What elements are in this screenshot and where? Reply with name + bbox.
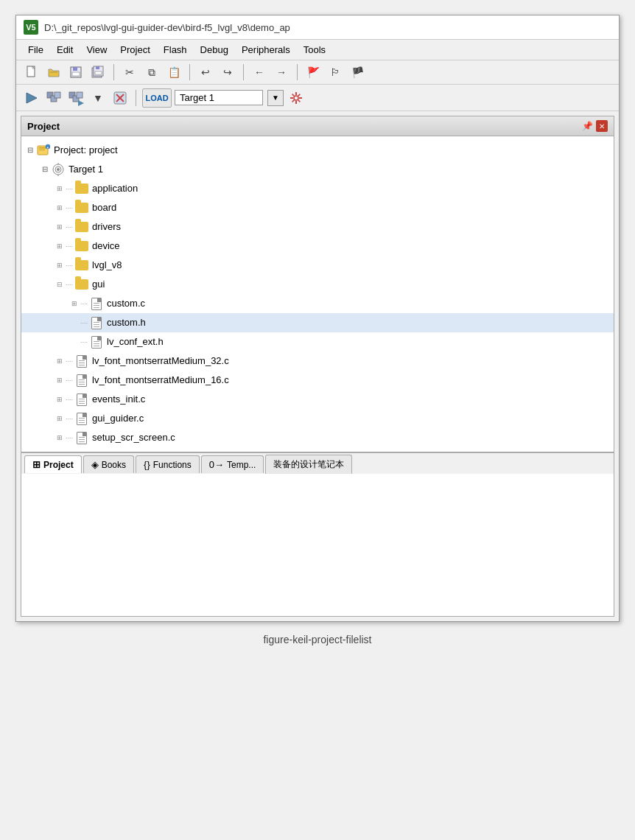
menu-view[interactable]: View xyxy=(80,42,113,57)
menu-bar: File Edit View Project Flash Debug Perip… xyxy=(16,40,619,60)
target-1-row[interactable]: ⊟ Target 1 xyxy=(21,160,614,179)
board-expander[interactable]: ⊞ xyxy=(54,202,66,214)
font32-expander[interactable]: ⊞ xyxy=(54,355,66,367)
menu-tools[interactable]: Tools xyxy=(298,42,331,57)
tab-temp-label: Temp... xyxy=(227,460,256,470)
file-font-16[interactable]: ⊞ ···· lv_font_montserratMedium_16.c xyxy=(21,371,614,390)
board-label: board xyxy=(92,200,116,216)
root-label: Project: project xyxy=(54,142,118,158)
svg-rect-31 xyxy=(39,150,45,150)
application-label: application xyxy=(92,181,138,197)
new-file-btn[interactable] xyxy=(22,63,41,82)
folder-device[interactable]: ⊞ ···· device xyxy=(21,237,614,256)
menu-project[interactable]: Project xyxy=(114,42,155,57)
drivers-label: drivers xyxy=(92,219,121,235)
save-btn[interactable] xyxy=(66,63,85,82)
device-expander[interactable]: ⊞ xyxy=(54,240,66,252)
custom-c-expander[interactable]: ⊞ xyxy=(69,298,80,309)
paste-btn[interactable]: 📋 xyxy=(164,63,183,82)
svg-line-28 xyxy=(292,99,295,102)
open-btn[interactable] xyxy=(44,63,63,82)
folder-gui[interactable]: ⊟ ···· gui xyxy=(21,275,614,294)
custom-c-label: custom.c xyxy=(107,295,145,312)
lvgl-label: lvgl_v8 xyxy=(92,257,122,273)
undo-btn[interactable]: ↩ xyxy=(196,63,215,82)
file-custom-h[interactable]: · ···· custom.h xyxy=(21,313,614,332)
file-setup-scr[interactable]: ⊞ ···· setup_scr_screen.c xyxy=(21,428,614,447)
svg-point-20 xyxy=(294,96,298,100)
rebuild-btn[interactable] xyxy=(44,88,63,108)
lvgl-dots: ···· xyxy=(66,257,73,273)
bookmark-btn-2[interactable]: 🏳 xyxy=(326,63,345,82)
file-events-init[interactable]: ⊞ ···· events_init.c xyxy=(21,390,614,409)
bookmark-btn-3[interactable]: 🏴 xyxy=(348,63,367,82)
folder-drivers[interactable]: ⊞ ···· drivers xyxy=(21,217,614,237)
load-btn[interactable]: LOAD xyxy=(142,88,172,108)
device-label: device xyxy=(92,238,120,254)
events-expander[interactable]: ⊞ xyxy=(54,393,66,405)
target-dropdown[interactable]: Target 1 xyxy=(175,90,263,105)
tree-root[interactable]: ⊟ ✦ Project: project xyxy=(21,141,614,160)
back-btn[interactable]: ← xyxy=(250,63,269,82)
target-dropdown-arrow[interactable]: ▼ xyxy=(267,90,284,106)
svg-line-27 xyxy=(298,94,301,96)
title-bar: V5 D:\_git_repos\lvgl-gui-guider-dev\bir… xyxy=(16,15,619,40)
tab-temp[interactable]: 0→ Temp... xyxy=(201,455,264,473)
folder-lvgl[interactable]: ⊞ ···· lvgl_v8 xyxy=(21,256,614,275)
lv-conf-dots: ···· xyxy=(80,334,88,350)
folder-application[interactable]: ⊞ ···· application xyxy=(21,179,614,198)
tab-books-icon: ◈ xyxy=(91,459,99,470)
file-lv-conf-ext[interactable]: · ···· lv_conf_ext.h xyxy=(21,332,614,351)
cut-btn[interactable]: ✂ xyxy=(120,63,139,82)
panel-close-btn[interactable]: ✕ xyxy=(596,120,608,132)
target-settings-btn[interactable] xyxy=(287,88,306,108)
clean-btn[interactable] xyxy=(110,88,130,108)
menu-peripherals[interactable]: Peripherals xyxy=(236,42,296,57)
menu-debug[interactable]: Debug xyxy=(194,42,234,57)
folder-board[interactable]: ⊞ ···· board xyxy=(21,198,614,217)
title-path: D:\_git_repos\lvgl-gui-guider-dev\bird-f… xyxy=(44,22,290,33)
root-expander[interactable]: ⊟ xyxy=(24,144,36,156)
font16-expander[interactable]: ⊞ xyxy=(54,374,66,386)
toolbar-1: ✂ ⧉ 📋 ↩ ↪ ← → 🚩 🏳 🏴 xyxy=(16,60,619,85)
font32-label: lv_font_montserratMedium_32.c xyxy=(92,353,229,369)
tab-temp-icon: 0→ xyxy=(209,459,224,470)
svg-line-25 xyxy=(292,94,295,96)
svg-marker-16 xyxy=(78,100,84,106)
project-panel: Project 📌 ✕ ⊟ ✦ Project xyxy=(21,116,614,617)
load-label: LOAD xyxy=(145,94,168,102)
build-btn[interactable] xyxy=(22,88,41,108)
tab-project[interactable]: ⊞ Project xyxy=(24,455,82,473)
lvgl-expander[interactable]: ⊞ xyxy=(54,259,66,271)
menu-flash[interactable]: Flash xyxy=(158,42,193,57)
tab-books[interactable]: ◈ Books xyxy=(83,455,134,473)
file-gui-guider[interactable]: ⊞ ···· gui_guider.c xyxy=(21,409,614,428)
forward-btn[interactable]: → xyxy=(272,63,291,82)
file-font-32[interactable]: ⊞ ···· lv_font_montserratMedium_32.c xyxy=(21,351,614,371)
events-dots: ···· xyxy=(66,391,73,407)
redo-btn[interactable]: ↪ xyxy=(218,63,237,82)
copy-btn[interactable]: ⧉ xyxy=(142,63,161,82)
tab-notes-label: 装备的设计笔记本 xyxy=(273,458,344,471)
batch-dropdown-btn[interactable]: ▼ xyxy=(88,88,108,108)
drivers-expander[interactable]: ⊞ xyxy=(54,221,66,233)
save-all-btn[interactable] xyxy=(88,63,108,82)
file-custom-c[interactable]: ⊞ ···· custom.c xyxy=(21,294,614,313)
guider-expander[interactable]: ⊞ xyxy=(54,413,66,424)
file-icon-custom-h xyxy=(89,316,104,329)
tab-functions[interactable]: {} Functions xyxy=(136,455,200,473)
batch-build-btn[interactable] xyxy=(66,88,85,108)
bookmark-btn-1[interactable]: 🚩 xyxy=(304,63,323,82)
panel-pin-btn[interactable]: 📌 xyxy=(581,120,593,132)
folder-icon-device xyxy=(74,239,89,253)
tab-project-label: Project xyxy=(43,460,74,470)
setup-dots: ···· xyxy=(66,430,73,446)
app-expander[interactable]: ⊞ xyxy=(54,183,66,195)
menu-edit[interactable]: Edit xyxy=(51,42,79,57)
setup-expander[interactable]: ⊞ xyxy=(54,432,66,444)
target-expander[interactable]: ⊟ xyxy=(39,164,51,175)
tab-books-label: Books xyxy=(102,460,126,470)
tab-notes[interactable]: 装备的设计笔记本 xyxy=(265,455,352,474)
gui-expander[interactable]: ⊟ xyxy=(54,279,66,290)
menu-file[interactable]: File xyxy=(22,42,49,57)
